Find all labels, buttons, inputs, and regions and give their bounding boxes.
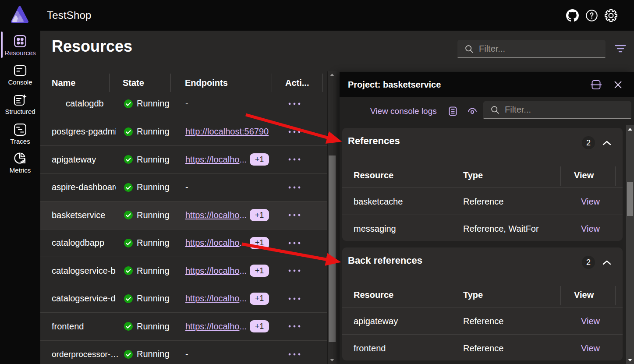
- endpoint-ellipsis: ...: [239, 266, 247, 276]
- row-actions-ellipsis-icon[interactable]: [284, 313, 305, 340]
- state-label: Running: [137, 238, 170, 248]
- endpoint-ellipsis: ...: [239, 322, 247, 332]
- view-link[interactable]: View: [581, 215, 600, 242]
- resource-row-frontend[interactable]: frontendRunninghttps://localho...+1: [40, 312, 327, 340]
- sidebar-item-console[interactable]: Console: [0, 64, 40, 90]
- resources-filter-input[interactable]: Filter...: [457, 40, 606, 58]
- resource-row-orderprocessor-[interactable]: orderprocessor-…Running-: [40, 340, 327, 364]
- resource-row-apigateway[interactable]: apigatewayRunninghttps://localho...+1: [40, 145, 327, 173]
- filter-funnel-icon[interactable]: [613, 41, 628, 56]
- column-header-state[interactable]: State: [123, 71, 169, 94]
- panel-scrollbar-thumb[interactable]: [627, 182, 633, 216]
- column-header-type[interactable]: Type: [463, 163, 483, 187]
- row-actions-ellipsis-icon[interactable]: [284, 230, 305, 257]
- sidebar-item-label: Metrics: [10, 166, 31, 174]
- resource-row-postgres-pgadmin[interactable]: postgres-pgadminRunninghttp://localhost:…: [40, 118, 327, 146]
- reference-resource: basketcache: [354, 188, 403, 215]
- table-scrollbar-thumb[interactable]: [329, 155, 336, 342]
- sidebar-item-resources[interactable]: Resources: [0, 34, 40, 60]
- row-actions-ellipsis-icon[interactable]: [284, 94, 305, 118]
- topbar-actions: [566, 0, 617, 31]
- running-state-icon: [124, 99, 133, 109]
- sidebar-item-label: Console: [8, 78, 32, 86]
- scroll-down-icon[interactable]: [626, 356, 634, 364]
- row-actions-ellipsis-icon[interactable]: [284, 174, 305, 201]
- panel-filter-input[interactable]: Filter...: [483, 101, 631, 119]
- endpoint-link[interactable]: https://localho: [185, 266, 239, 276]
- scroll-up-icon[interactable]: [328, 71, 336, 79]
- resources-table-header: Name State Endpoints Acti...: [40, 71, 327, 94]
- endpoint-link[interactable]: https://localho: [185, 322, 239, 332]
- column-header-view[interactable]: View: [574, 163, 594, 187]
- endpoint-link[interactable]: https://localho: [185, 155, 239, 165]
- top-bar: TestShop: [0, 0, 634, 31]
- state-label: Running: [137, 127, 170, 137]
- column-header-resource[interactable]: Resource: [354, 283, 393, 307]
- view-link[interactable]: View: [581, 188, 600, 215]
- resource-row-aspire-dashboard[interactable]: aspire-dashboardRunning-: [40, 173, 327, 201]
- panel-scrollbar-track[interactable]: [626, 125, 634, 364]
- sidebar-item-metrics[interactable]: Metrics: [0, 152, 40, 178]
- watch-eye-icon[interactable]: [465, 104, 479, 118]
- view-link[interactable]: View: [581, 335, 600, 362]
- collapse-chevron-icon[interactable]: [600, 136, 613, 149]
- split-panel-icon[interactable]: [590, 79, 602, 90]
- traces-icon: [14, 123, 27, 137]
- collapse-chevron-icon[interactable]: [600, 256, 613, 269]
- settings-icon[interactable]: [604, 9, 617, 22]
- view-console-logs-link[interactable]: View console logs: [370, 97, 437, 125]
- console-logs-icon[interactable]: [446, 104, 460, 118]
- view-link[interactable]: View: [581, 307, 600, 335]
- row-actions-ellipsis-icon[interactable]: [284, 201, 305, 229]
- column-divider: [109, 74, 110, 92]
- endpoint-link[interactable]: http://localhost:56790: [185, 127, 269, 137]
- endpoint-count-badge[interactable]: +1: [250, 265, 269, 277]
- row-actions-ellipsis-icon[interactable]: [284, 118, 305, 146]
- row-actions-ellipsis-icon[interactable]: [284, 341, 305, 364]
- endpoint-link[interactable]: https://localho: [185, 238, 239, 248]
- github-icon[interactable]: [566, 9, 579, 22]
- endpoint-link[interactable]: https://localho: [185, 293, 239, 304]
- resource-name: catalogdbapp: [52, 238, 104, 248]
- row-actions-ellipsis-icon[interactable]: [284, 285, 305, 313]
- column-header-type[interactable]: Type: [463, 283, 483, 307]
- resource-row-catalogservice-de[interactable]: catalogservice-deRunninghttps://localho.…: [40, 285, 327, 313]
- panel-scrollbar[interactable]: [626, 125, 634, 364]
- sidebar-item-structured[interactable]: Structured: [0, 93, 40, 119]
- table-scrollbar[interactable]: [328, 71, 336, 364]
- sidebar-item-traces[interactable]: Traces: [0, 123, 40, 149]
- close-panel-icon[interactable]: [612, 79, 623, 90]
- scroll-down-icon[interactable]: [328, 356, 336, 364]
- row-actions-ellipsis-icon[interactable]: [284, 257, 305, 285]
- column-header-endpoints[interactable]: Endpoints: [185, 71, 268, 94]
- endpoint-count-badge[interactable]: +1: [250, 320, 269, 332]
- metrics-icon: [14, 152, 27, 166]
- scroll-up-icon[interactable]: [626, 125, 634, 133]
- endpoint-count-badge[interactable]: +1: [250, 293, 269, 305]
- row-actions-ellipsis-icon[interactable]: [284, 146, 305, 173]
- details-panel-title: Project: basketservice: [348, 72, 441, 97]
- endpoint-link[interactable]: https://localho: [185, 210, 239, 220]
- resource-row-basketservice[interactable]: basketserviceRunninghttps://localho...+1: [40, 201, 327, 229]
- resource-row-catalogservice-ba[interactable]: catalogservice-baRunninghttps://localho.…: [40, 257, 327, 285]
- column-header-name[interactable]: Name: [52, 71, 108, 94]
- state-cell: Running: [124, 201, 185, 229]
- section-card-back-references: Back references2ResourceTypeViewapigatew…: [342, 247, 623, 360]
- endpoint-ellipsis: ...: [239, 210, 247, 220]
- resource-row-catalogdbapp[interactable]: catalogdbappRunninghttps://localho...+1: [40, 229, 327, 257]
- help-icon[interactable]: [585, 9, 598, 22]
- state-cell: Running: [124, 313, 185, 340]
- endpoint-count-badge[interactable]: +1: [250, 237, 269, 249]
- reference-type: Reference: [463, 188, 503, 215]
- page-title: Resources: [52, 37, 132, 56]
- column-header-actions[interactable]: Acti...: [285, 71, 312, 94]
- section-count-badge: 2: [582, 136, 595, 149]
- resource-row-catalogdb[interactable]: catalogdbRunning-: [40, 94, 327, 118]
- column-header-view[interactable]: View: [574, 283, 594, 307]
- endpoint-count-badge[interactable]: +1: [250, 153, 269, 166]
- endpoint-count-badge[interactable]: +1: [250, 209, 269, 221]
- resource-name: frontend: [52, 322, 84, 332]
- section-title: Back references: [348, 255, 422, 266]
- state-label: Running: [137, 322, 170, 332]
- column-header-resource[interactable]: Resource: [354, 163, 393, 187]
